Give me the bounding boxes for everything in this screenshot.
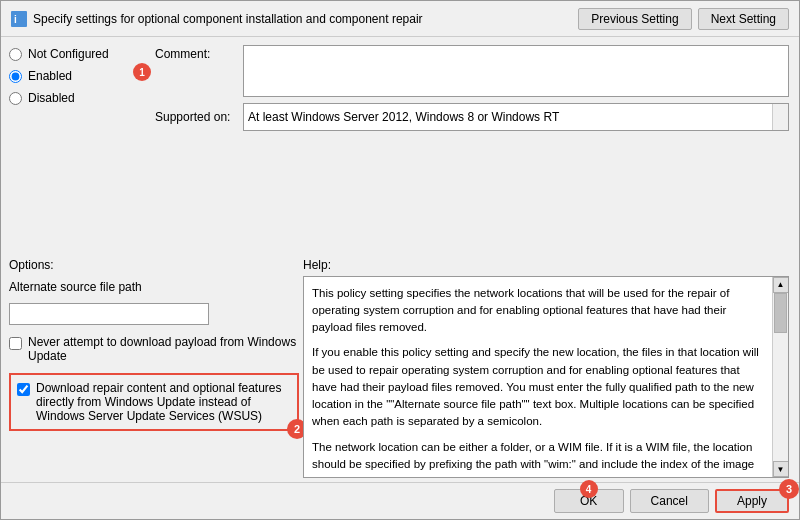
scroll-track[interactable] — [773, 293, 788, 462]
disabled-label: Disabled — [28, 91, 75, 105]
enabled-label: Enabled — [28, 69, 72, 83]
options-panel: Options: Alternate source file path Neve… — [9, 258, 299, 479]
title-bar: i Specify settings for optional componen… — [1, 1, 799, 37]
never-download-label: Never attempt to download payload from W… — [28, 335, 299, 363]
bottom-section: Options: Alternate source file path Neve… — [1, 258, 799, 483]
not-configured-option[interactable]: Not Configured — [9, 47, 143, 61]
apply-button[interactable]: Apply — [715, 489, 789, 513]
options-title: Options: — [9, 258, 299, 272]
comment-row: Comment: — [155, 45, 789, 97]
cancel-button[interactable]: Cancel — [630, 489, 709, 513]
help-text: This policy setting specifies the networ… — [312, 285, 780, 479]
ok-button-wrapper: OK 4 — [554, 489, 624, 513]
main-content: Not Configured Enabled 1 Disabled Commen… — [1, 37, 799, 258]
disabled-radio[interactable] — [9, 92, 22, 105]
not-configured-radio[interactable] — [9, 48, 22, 61]
disabled-option[interactable]: Disabled — [9, 91, 143, 105]
help-para-2: If you enable this policy setting and sp… — [312, 344, 762, 430]
scroll-up-arrow[interactable]: ▲ — [773, 277, 789, 293]
comment-label: Comment: — [155, 45, 235, 61]
comment-textarea[interactable] — [243, 45, 789, 97]
never-download-option[interactable]: Never attempt to download payload from W… — [9, 335, 299, 363]
badge-4: 4 — [580, 480, 598, 498]
not-configured-label: Not Configured — [28, 47, 109, 61]
help-scrollbar[interactable]: ▲ ▼ — [772, 277, 788, 478]
main-dialog: i Specify settings for optional componen… — [0, 0, 800, 520]
enabled-option[interactable]: Enabled 1 — [9, 69, 143, 83]
badge-1: 1 — [133, 63, 151, 81]
next-setting-button[interactable]: Next Setting — [698, 8, 789, 30]
supported-row: Supported on: At least Windows Server 20… — [155, 103, 789, 131]
alt-source-label: Alternate source file path — [9, 280, 299, 294]
supported-value: At least Windows Server 2012, Windows 8 … — [248, 110, 559, 124]
enabled-radio[interactable] — [9, 70, 22, 83]
help-panel: Help: This policy setting specifies the … — [303, 258, 789, 479]
help-title: Help: — [303, 258, 789, 272]
badge-3: 3 — [779, 479, 799, 499]
supported-box: At least Windows Server 2012, Windows 8 … — [243, 103, 789, 131]
scroll-thumb[interactable] — [774, 293, 787, 333]
help-para-3: The network location can be either a fol… — [312, 439, 762, 479]
help-para-1: This policy setting specifies the networ… — [312, 285, 762, 337]
right-panel: Comment: Supported on: At least Windows … — [151, 37, 799, 258]
apply-wrapper: Apply 3 — [715, 489, 789, 513]
dialog-title: Specify settings for optional component … — [33, 12, 423, 26]
scroll-down-arrow[interactable]: ▼ — [773, 461, 789, 477]
svg-text:i: i — [14, 14, 17, 25]
supported-scrollbar — [772, 104, 788, 130]
title-bar-left: i Specify settings for optional componen… — [11, 11, 423, 27]
supported-label: Supported on: — [155, 110, 235, 124]
download-direct-option[interactable]: Download repair content and optional fea… — [9, 373, 299, 431]
help-content: This policy setting specifies the networ… — [303, 276, 789, 479]
alt-source-input[interactable] — [9, 303, 209, 325]
never-download-checkbox[interactable] — [9, 337, 22, 350]
footer: OK 4 Cancel Apply 3 — [1, 482, 799, 519]
dialog-icon: i — [11, 11, 27, 27]
download-direct-label: Download repair content and optional fea… — [36, 381, 291, 423]
download-direct-checkbox[interactable] — [17, 383, 30, 396]
left-panel: Not Configured Enabled 1 Disabled — [1, 37, 151, 258]
prev-setting-button[interactable]: Previous Setting — [578, 8, 691, 30]
nav-buttons: Previous Setting Next Setting — [578, 8, 789, 30]
